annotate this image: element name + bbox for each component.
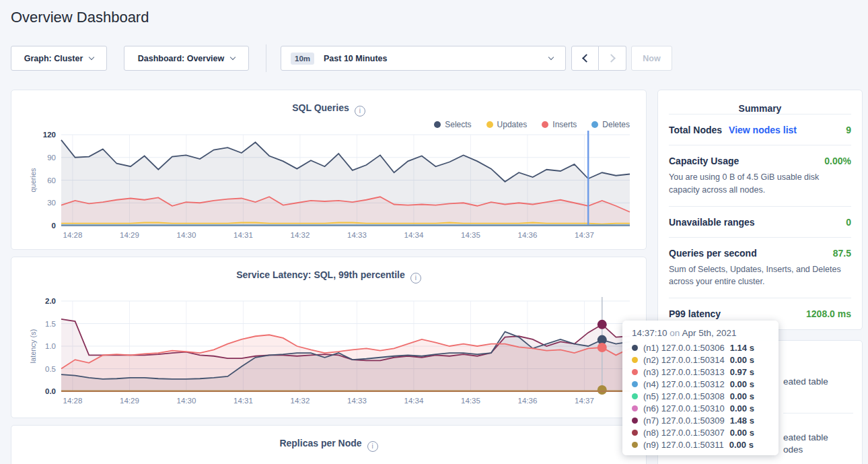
svg-text:14:30: 14:30 bbox=[177, 231, 196, 239]
service-latency-title: Service Latency: SQL, 99th percentilei bbox=[11, 269, 646, 284]
sql-queries-chart[interactable]: 14:2814:2914:3014:3114:3214:3314:3414:35… bbox=[28, 127, 631, 248]
summary-panel: Summary Total Nodes View nodes list 9 Ca… bbox=[657, 90, 863, 330]
time-range-dropdown[interactable]: 10m Past 10 Minutes bbox=[281, 46, 566, 71]
node-latency-value: 0.00 s bbox=[730, 428, 754, 438]
time-range-label: Past 10 Minutes bbox=[324, 54, 387, 63]
svg-text:1.5: 1.5 bbox=[45, 320, 56, 328]
tooltip-row: (n7) 127.0.0.1:503091.48 s bbox=[632, 414, 769, 426]
svg-text:2.0: 2.0 bbox=[45, 297, 56, 305]
node-latency-value: 1.14 s bbox=[730, 343, 754, 353]
summary-value: 0 bbox=[846, 217, 851, 228]
toolbar-divider bbox=[266, 44, 266, 72]
tooltip-row: (n2) 127.0.0.1:503140.00 s bbox=[632, 354, 769, 366]
event-item-fragment: eated table bbox=[783, 376, 828, 387]
node-color-dot-icon bbox=[632, 405, 638, 411]
service-latency-card: Service Latency: SQL, 99th percentilei 1… bbox=[11, 257, 647, 418]
now-button[interactable]: Now bbox=[631, 46, 672, 71]
chevron-down-icon bbox=[89, 54, 94, 59]
svg-text:90: 90 bbox=[47, 154, 56, 162]
svg-text:latency (s): latency (s) bbox=[29, 329, 37, 364]
node-address: (n4) 127.0.0.1:50312 bbox=[643, 379, 725, 389]
node-address: (n3) 127.0.0.1:50313 bbox=[643, 367, 725, 377]
svg-text:14:29: 14:29 bbox=[120, 231, 139, 239]
tooltip-row: (n9) 127.0.0.1:503110.00 s bbox=[632, 438, 769, 451]
node-color-dot-icon bbox=[632, 381, 638, 387]
node-color-dot-icon bbox=[632, 442, 638, 448]
svg-text:14:35: 14:35 bbox=[461, 231, 480, 239]
tooltip-timestamp: 14:37:10 on Apr 5th, 2021 bbox=[632, 328, 769, 338]
tooltip-row: (n5) 127.0.0.1:503080.00 s bbox=[632, 390, 769, 402]
node-color-dot-icon bbox=[632, 345, 638, 351]
time-next-button[interactable] bbox=[599, 46, 626, 71]
node-color-dot-icon bbox=[632, 369, 638, 375]
node-color-dot-icon bbox=[632, 393, 638, 399]
summary-title: Summary bbox=[669, 103, 851, 114]
svg-text:14:37: 14:37 bbox=[575, 231, 594, 239]
info-icon[interactable]: i bbox=[410, 273, 421, 284]
svg-text:14:30: 14:30 bbox=[177, 397, 196, 405]
node-latency-value: 0.00 s bbox=[729, 440, 754, 450]
summary-value: 87.5 bbox=[833, 248, 851, 259]
events-divider bbox=[783, 413, 853, 413]
replicas-per-node-card: Replicas per Nodei bbox=[11, 425, 647, 464]
graph-dropdown[interactable]: Graph: Cluster bbox=[11, 46, 107, 71]
chevron-down-icon bbox=[230, 54, 236, 59]
svg-text:14:36: 14:36 bbox=[518, 231, 538, 239]
chevron-right-icon bbox=[607, 54, 616, 63]
summary-label: Capacity Usage bbox=[669, 156, 739, 166]
svg-text:14:33: 14:33 bbox=[347, 231, 367, 239]
node-address: (n9) 127.0.0.1:50311 bbox=[643, 440, 724, 450]
tooltip-row: (n4) 127.0.0.1:503120.00 s bbox=[632, 378, 769, 390]
svg-text:60: 60 bbox=[47, 176, 56, 185]
time-range-badge: 10m bbox=[291, 53, 314, 65]
node-latency-value: 0.00 s bbox=[730, 391, 754, 401]
svg-text:14:31: 14:31 bbox=[233, 397, 253, 405]
node-color-dot-icon bbox=[632, 430, 638, 436]
summary-row-queries-per-second: Queries per second 87.5 Sum of Selects, … bbox=[669, 237, 851, 298]
service-latency-chart[interactable]: 14:2814:2914:3014:3114:3214:3314:3414:35… bbox=[28, 291, 631, 412]
page-title: Overview Dashboard bbox=[11, 9, 149, 26]
node-latency-value: 0.00 s bbox=[730, 355, 754, 365]
node-color-dot-icon bbox=[632, 418, 638, 424]
svg-text:1.0: 1.0 bbox=[45, 342, 56, 350]
chart-hover-tooltip: 14:37:10 on Apr 5th, 2021 (n1) 127.0.0.1… bbox=[622, 321, 779, 455]
dashboard-dropdown-label: Dashboard: Overview bbox=[138, 54, 225, 63]
sql-queries-card: SQL Queriesi SelectsUpdatesInsertsDelete… bbox=[11, 90, 647, 250]
info-icon[interactable]: i bbox=[367, 441, 378, 452]
event-item-fragment: odes bbox=[783, 444, 803, 455]
node-latency-value: 0.00 s bbox=[730, 379, 754, 389]
event-item-fragment: eated table bbox=[783, 432, 828, 442]
svg-text:14:35: 14:35 bbox=[461, 397, 480, 405]
node-address: (n8) 127.0.0.1:50307 bbox=[643, 428, 725, 438]
tooltip-row: (n1) 127.0.0.1:503061.14 s bbox=[632, 341, 769, 354]
summary-label: P99 latency bbox=[669, 308, 721, 319]
svg-text:0.0: 0.0 bbox=[45, 387, 56, 395]
summary-value: 9 bbox=[846, 125, 851, 135]
svg-text:queries: queries bbox=[29, 168, 37, 193]
summary-label: Total Nodes bbox=[669, 125, 722, 135]
tooltip-row: (n6) 127.0.0.1:503100.00 s bbox=[632, 402, 769, 414]
summary-row-unavailable-ranges: Unavailable ranges 0 bbox=[669, 206, 851, 237]
svg-text:14:36: 14:36 bbox=[518, 397, 538, 405]
tooltip-row: (n8) 127.0.0.1:503070.00 s bbox=[632, 426, 769, 438]
svg-text:14:33: 14:33 bbox=[347, 397, 367, 405]
svg-text:14:34: 14:34 bbox=[404, 397, 424, 405]
svg-text:14:28: 14:28 bbox=[63, 231, 83, 239]
summary-value: 0.00% bbox=[824, 156, 851, 166]
dashboard-dropdown[interactable]: Dashboard: Overview bbox=[124, 46, 249, 71]
svg-text:14:37: 14:37 bbox=[575, 397, 594, 405]
node-latency-value: 0.97 s bbox=[730, 367, 754, 377]
summary-row-total-nodes: Total Nodes View nodes list 9 bbox=[669, 114, 851, 145]
node-latency-value: 0.00 s bbox=[730, 403, 754, 413]
svg-text:14:29: 14:29 bbox=[120, 397, 139, 405]
svg-text:14:32: 14:32 bbox=[291, 397, 310, 405]
svg-text:14:28: 14:28 bbox=[63, 397, 83, 405]
svg-text:0: 0 bbox=[52, 222, 56, 230]
view-nodes-list-link[interactable]: View nodes list bbox=[729, 125, 797, 135]
sql-queries-title: SQL Queriesi bbox=[11, 102, 646, 117]
time-prev-button[interactable] bbox=[571, 46, 599, 71]
info-icon[interactable]: i bbox=[355, 106, 365, 117]
svg-text:30: 30 bbox=[47, 199, 56, 207]
summary-row-capacity-usage: Capacity Usage 0.00% You are using 0 B o… bbox=[669, 145, 851, 206]
node-address: (n5) 127.0.0.1:50308 bbox=[643, 391, 725, 401]
